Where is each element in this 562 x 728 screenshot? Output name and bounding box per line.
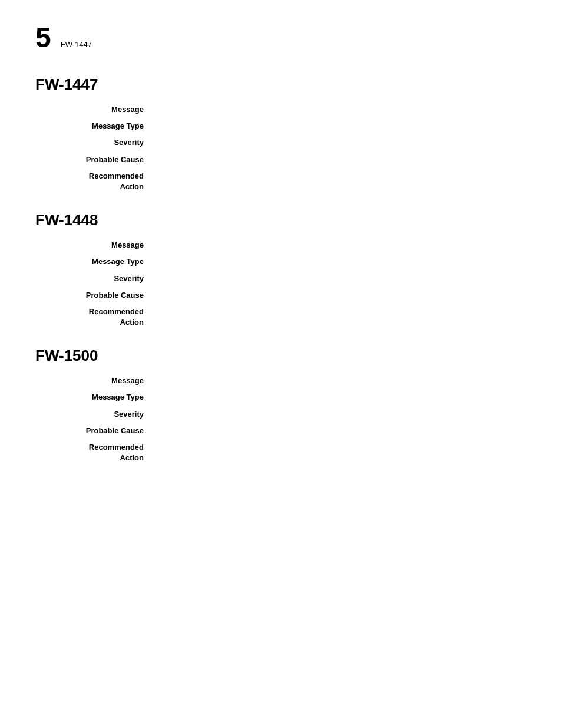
field-label-fw-1448-3: Probable Cause bbox=[35, 290, 153, 301]
field-row-fw-1500-4: RecommendedAction bbox=[35, 442, 527, 463]
field-label-fw-1447-0: Message bbox=[35, 104, 153, 115]
field-label-fw-1500-1: Message Type bbox=[35, 392, 153, 403]
field-label-fw-1447-4: RecommendedAction bbox=[35, 171, 153, 192]
section-title-fw-1500: FW-1500 bbox=[35, 347, 527, 365]
field-value-fw-1500-1 bbox=[153, 392, 527, 403]
field-value-fw-1447-4 bbox=[153, 171, 527, 192]
field-row-fw-1500-0: Message bbox=[35, 375, 527, 386]
section-title-fw-1448: FW-1448 bbox=[35, 211, 527, 229]
field-row-fw-1448-4: RecommendedAction bbox=[35, 307, 527, 328]
field-row-fw-1448-3: Probable Cause bbox=[35, 290, 527, 301]
field-row-fw-1500-2: Severity bbox=[35, 409, 527, 420]
field-label-fw-1447-1: Message Type bbox=[35, 121, 153, 131]
field-value-fw-1448-0 bbox=[153, 240, 527, 251]
field-value-fw-1448-2 bbox=[153, 274, 527, 284]
field-label-fw-1447-3: Probable Cause bbox=[35, 154, 153, 165]
field-value-fw-1447-3 bbox=[153, 154, 527, 165]
field-value-fw-1500-4 bbox=[153, 442, 527, 463]
field-value-fw-1447-2 bbox=[153, 137, 527, 148]
field-row-fw-1448-2: Severity bbox=[35, 274, 527, 284]
section-fw-1447: FW-1447MessageMessage TypeSeverityProbab… bbox=[35, 75, 527, 192]
field-label-fw-1500-2: Severity bbox=[35, 409, 153, 420]
field-label-fw-1447-2: Severity bbox=[35, 137, 153, 148]
field-row-fw-1447-1: Message Type bbox=[35, 121, 527, 131]
field-label-fw-1448-0: Message bbox=[35, 240, 153, 251]
field-value-fw-1447-0 bbox=[153, 104, 527, 115]
field-label-fw-1500-0: Message bbox=[35, 375, 153, 386]
field-row-fw-1447-2: Severity bbox=[35, 137, 527, 148]
field-row-fw-1447-0: Message bbox=[35, 104, 527, 115]
field-value-fw-1500-0 bbox=[153, 375, 527, 386]
field-row-fw-1447-4: RecommendedAction bbox=[35, 171, 527, 192]
field-row-fw-1448-1: Message Type bbox=[35, 256, 527, 267]
field-row-fw-1448-0: Message bbox=[35, 240, 527, 251]
field-value-fw-1500-2 bbox=[153, 409, 527, 420]
field-value-fw-1448-1 bbox=[153, 256, 527, 267]
field-row-fw-1500-1: Message Type bbox=[35, 392, 527, 403]
section-title-fw-1447: FW-1447 bbox=[35, 75, 527, 94]
field-row-fw-1447-3: Probable Cause bbox=[35, 154, 527, 165]
field-value-fw-1448-4 bbox=[153, 307, 527, 328]
page-subtitle: FW-1447 bbox=[61, 40, 92, 49]
field-value-fw-1500-3 bbox=[153, 426, 527, 436]
field-label-fw-1448-4: RecommendedAction bbox=[35, 307, 153, 328]
field-label-fw-1448-2: Severity bbox=[35, 274, 153, 284]
page-number: 5 bbox=[35, 24, 51, 52]
section-fw-1448: FW-1448MessageMessage TypeSeverityProbab… bbox=[35, 211, 527, 328]
field-row-fw-1500-3: Probable Cause bbox=[35, 426, 527, 436]
field-label-fw-1448-1: Message Type bbox=[35, 256, 153, 267]
field-value-fw-1448-3 bbox=[153, 290, 527, 301]
field-label-fw-1500-3: Probable Cause bbox=[35, 426, 153, 436]
field-label-fw-1500-4: RecommendedAction bbox=[35, 442, 153, 463]
field-value-fw-1447-1 bbox=[153, 121, 527, 131]
page-header: 5 FW-1447 bbox=[35, 24, 527, 52]
section-fw-1500: FW-1500MessageMessage TypeSeverityProbab… bbox=[35, 347, 527, 463]
